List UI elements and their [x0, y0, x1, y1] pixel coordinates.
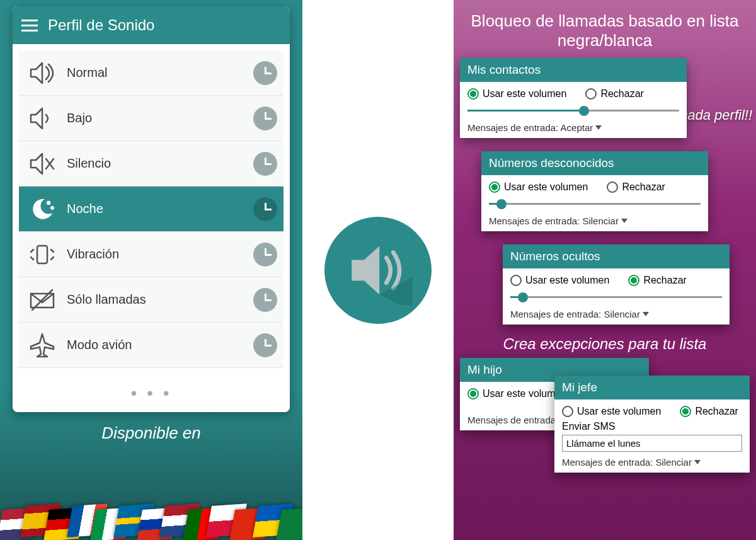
speaker-loud-icon	[25, 56, 59, 90]
radio-use-volume[interactable]: Usar este volumen	[489, 181, 588, 193]
svg-rect-6	[37, 246, 47, 263]
radio-reject[interactable]: Rechazar	[607, 181, 665, 193]
messages-dropdown[interactable]: Mensajes de entrada: Silenciar	[510, 309, 722, 319]
hamburger-icon[interactable]	[21, 20, 38, 32]
available-label: Disponible en	[101, 423, 201, 443]
radio-use-volume[interactable]: Usar este volum	[467, 388, 556, 399]
radio-reject[interactable]: Rechazar	[585, 88, 643, 100]
profile-row-4[interactable]: Vibración	[19, 232, 284, 277]
profile-row-3[interactable]: Noche	[19, 187, 284, 232]
heading: Bloqueo de llamadas basado en lista negr…	[454, 0, 756, 58]
card-body: Usar este volumen Rechazar Mensajes de e…	[503, 268, 730, 325]
clock-icon[interactable]	[253, 333, 277, 357]
radio-reject[interactable]: Rechazar	[628, 275, 686, 286]
radio-reject[interactable]: Rechazar	[680, 406, 738, 417]
clock-icon[interactable]	[253, 152, 277, 176]
exception-cards: Mi hijo Usar este volum Mensajes de entr…	[454, 358, 756, 522]
app-logo	[324, 217, 432, 324]
block-card-2: Números ocultos Usar este volumen Rechaz…	[503, 244, 730, 325]
profile-row-2[interactable]: Silencio	[19, 141, 284, 187]
radio-use-volume[interactable]: Usar este volumen	[510, 275, 609, 286]
radio-use-volume[interactable]: Usar este volumen	[467, 88, 566, 100]
svg-line-10	[51, 257, 54, 260]
right-panel: Bloqueo de llamadas basado en lista negr…	[454, 0, 756, 540]
messages-dropdown[interactable]: Mensajes de entrada: Silenciar	[562, 457, 742, 468]
clock-icon[interactable]	[253, 61, 277, 85]
speaker-low-icon	[25, 101, 59, 135]
block-card-0: Mis contactos Usar este volumen Rechazar…	[460, 58, 687, 138]
sms-input[interactable]	[562, 435, 742, 452]
profile-label: Vibración	[59, 247, 253, 261]
svg-marker-1	[31, 108, 42, 129]
volume-slider[interactable]	[510, 290, 722, 305]
speaker-mute-icon	[25, 147, 59, 181]
svg-line-7	[31, 250, 33, 252]
center-column	[302, 0, 454, 540]
svg-marker-13	[352, 246, 379, 294]
volume-slider[interactable]	[489, 197, 701, 212]
flags-strip	[0, 490, 302, 540]
card-title: Mi jefe	[554, 376, 750, 399]
clock-icon[interactable]	[253, 288, 277, 312]
profile-list: Normal Bajo Silencio Noche Vibración Sól…	[13, 44, 290, 374]
airplane-icon	[25, 328, 59, 362]
svg-marker-0	[31, 63, 42, 83]
card-title: Mis contactos	[460, 58, 687, 82]
profile-label: Bajo	[59, 111, 253, 125]
pager-dots-icon[interactable]: • • •	[13, 374, 290, 412]
left-panel: Perfil de Sonido Normal Bajo Silencio No…	[0, 0, 302, 540]
svg-line-8	[31, 257, 33, 260]
profile-row-5[interactable]: Sólo llamadas	[19, 277, 284, 323]
radio-use-volume[interactable]: Usar este volumen	[562, 406, 661, 417]
profile-row-6[interactable]: Modo avión	[19, 323, 284, 368]
clock-icon[interactable]	[253, 243, 277, 267]
clock-icon[interactable]	[253, 106, 277, 130]
vibrate-icon	[25, 238, 59, 272]
card-body: Usar este volumen Rechazar Enviar SMS Me…	[554, 399, 750, 473]
profile-row-1[interactable]: Bajo	[19, 96, 284, 141]
clock-icon[interactable]	[253, 197, 277, 221]
block-card-1: Números desconocidos Usar este volumen R…	[481, 151, 708, 231]
volume-slider[interactable]	[467, 103, 679, 118]
app-title: Perfil de Sonido	[48, 16, 154, 34]
card-title: Números ocultos	[503, 244, 730, 268]
speaker-icon	[343, 236, 413, 305]
profile-label: Noche	[59, 202, 253, 216]
profile-label: Normal	[59, 66, 253, 80]
envelope-off-icon	[25, 283, 59, 317]
svg-line-9	[51, 250, 54, 252]
moon-icon	[25, 192, 59, 226]
exception-card-1: Mi jefe Usar este volumen Rechazar Envia…	[554, 376, 750, 473]
profile-label: Sólo llamadas	[59, 292, 253, 307]
messages-dropdown[interactable]: Mensajes de entrada: Silenciar	[489, 215, 701, 226]
card-title: Números desconocidos	[481, 151, 708, 175]
profile-label: Silencio	[59, 156, 253, 171]
sms-label: Enviar SMS	[562, 421, 742, 432]
messages-dropdown[interactable]: Mensajes de entrada: Aceptar	[467, 122, 679, 133]
app-bar: Perfil de Sonido	[13, 6, 290, 44]
profile-row-0[interactable]: Normal	[19, 50, 284, 96]
call-block-cards: Mis contactos Usar este volumen Rechazar…	[454, 58, 756, 329]
card-body: Usar este volumen Rechazar Mensajes de e…	[481, 175, 708, 231]
exceptions-heading: Crea excepciones para tu lista	[454, 335, 756, 353]
phone-frame: Perfil de Sonido Normal Bajo Silencio No…	[13, 6, 290, 412]
svg-point-5	[47, 202, 50, 204]
svg-marker-2	[31, 154, 42, 174]
profile-label: Modo avión	[59, 338, 253, 352]
card-body: Usar este volumen Rechazar Mensajes de e…	[460, 82, 687, 138]
